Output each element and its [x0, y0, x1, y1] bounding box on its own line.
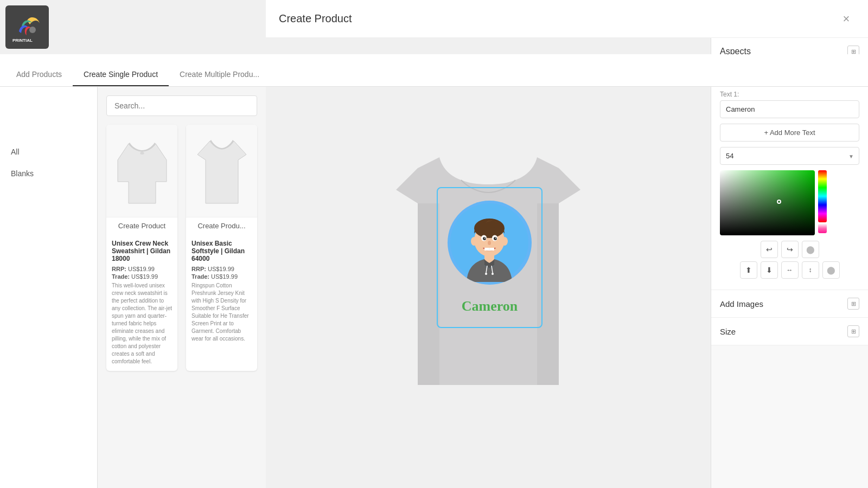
product-image-2 [186, 125, 257, 217]
product-trade-2: Trade: US$19.99 [192, 273, 252, 280]
flip-vertical-button[interactable]: ↕ [802, 261, 819, 279]
tab-add-products[interactable]: Add Products [5, 63, 73, 86]
product-desc-2: Ringspun Cotton Preshrunk Jersey Knit wi… [192, 282, 252, 343]
flip-horizontal-button[interactable]: ↔ [781, 261, 799, 279]
svg-point-12 [488, 241, 491, 245]
color-picker [720, 170, 859, 235]
add-images-title: Add Images [720, 299, 763, 309]
color-gradient-field[interactable] [720, 170, 815, 235]
size-section-header[interactable]: Size ⊞ [711, 318, 868, 345]
svg-point-19 [485, 273, 487, 275]
transform-row-2: ⬆ ⬇ ↔ ↕ ⬤ [720, 261, 859, 279]
rotate-left-button[interactable]: ↩ [761, 241, 778, 258]
size-title: Size [720, 327, 736, 336]
svg-point-10 [484, 237, 486, 239]
svg-point-8 [483, 237, 486, 240]
product-title-1: Unisex Crew Neck Sweatshirt | Gildan 180… [112, 240, 172, 262]
sweatshirt-icon [112, 133, 172, 209]
text1-input[interactable] [720, 100, 859, 118]
logo-icon: PRINTIAL [8, 8, 46, 46]
svg-point-20 [492, 273, 494, 275]
product-image-1 [106, 125, 177, 217]
avatar-circle [448, 201, 532, 285]
avatar-svg [450, 203, 529, 282]
products-grid: Create Product Unisex Crew Neck Sweatshi… [106, 125, 257, 371]
sidebar: All Blanks [0, 87, 98, 488]
product-title-2: Unisex Basic Softstyle | Gildan 64000 [192, 240, 252, 262]
size-collapse-icon[interactable]: ⊞ [847, 325, 859, 337]
color-opacity-bar[interactable] [818, 223, 827, 233]
svg-point-14 [471, 237, 477, 246]
center-button-2[interactable]: ⬤ [822, 261, 840, 279]
product-info-2: Unisex Basic Softstyle | Gildan 64000 RR… [186, 234, 257, 348]
product-rrp-1: RRP: US$19.99 [112, 266, 172, 272]
font-size-select[interactable]: 54 [720, 147, 859, 165]
search-input[interactable] [106, 95, 257, 116]
add-more-text-button[interactable]: + Add More Text [720, 124, 859, 142]
transform-row-1: ↩ ↪ ⬤ [720, 241, 859, 258]
product-trade-1: Trade: US$19.99 [112, 273, 172, 280]
font-size-wrapper: 54 ▼ [720, 147, 859, 165]
move-up-button[interactable]: ⬆ [740, 261, 757, 279]
product-info-1: Unisex Crew Neck Sweatshirt | Gildan 180… [106, 234, 177, 371]
tshirt-display: Cameron [374, 119, 602, 407]
rotate-right-button[interactable]: ↪ [781, 241, 799, 258]
svg-point-15 [501, 237, 508, 246]
canvas-area: Cameron [266, 38, 711, 488]
design-text: Cameron [462, 298, 518, 314]
add-images-collapse-icon[interactable]: ⊞ [847, 298, 859, 310]
modal-header: Create Product × [266, 0, 868, 38]
color-spectrum-bars [818, 170, 827, 235]
product-card-2: Create Produ... Unisex Basic Softstyle |… [186, 125, 257, 371]
design-box[interactable]: Cameron [437, 187, 542, 328]
center-button-1[interactable]: ⬤ [802, 241, 819, 258]
logo: PRINTIAL [5, 5, 49, 49]
svg-point-9 [494, 237, 497, 240]
modal-title: Create Product [279, 12, 352, 25]
product-list: Create Product Unisex Crew Neck Sweatshi… [98, 87, 266, 488]
create-product-btn-1[interactable]: Create Product [106, 217, 177, 234]
add-images-section-header[interactable]: Add Images ⊞ [711, 290, 868, 318]
tshirt-product-icon [195, 133, 249, 209]
add-text-section: Add Text ⊞ Text 1: + Add More Text 54 ▼ [711, 66, 868, 290]
right-panel: Aspects ⊞ Add Text ⊞ Text 1: + Add More … [711, 38, 868, 488]
modal-body: Cameron Aspects ⊞ Add Text ⊞ Text 1: + A… [266, 38, 868, 488]
text1-label: Text 1: [720, 91, 859, 98]
product-desc-1: This well-loved unisex crew neck sweatsh… [112, 282, 172, 365]
svg-point-11 [495, 237, 496, 239]
svg-text:PRINTIAL: PRINTIAL [12, 38, 33, 43]
move-down-button[interactable]: ⬇ [761, 261, 778, 279]
modal-close-button[interactable]: × [838, 10, 855, 28]
product-rrp-2: RRP: US$19.99 [192, 266, 252, 272]
product-card-1: Create Product Unisex Crew Neck Sweatshi… [106, 125, 177, 371]
color-picker-dot [777, 200, 781, 204]
svg-point-1 [29, 27, 36, 33]
color-spectrum-bar[interactable] [818, 170, 827, 222]
tab-create-single[interactable]: Create Single Product [73, 63, 169, 86]
create-product-btn-2[interactable]: Create Produ... [186, 217, 257, 234]
tab-create-multiple[interactable]: Create Multiple Produ... [169, 63, 270, 86]
top-tabs: Add Products Create Single Product Creat… [0, 54, 868, 87]
sidebar-item-all[interactable]: All [0, 141, 97, 163]
sidebar-item-blanks[interactable]: Blanks [0, 163, 97, 184]
